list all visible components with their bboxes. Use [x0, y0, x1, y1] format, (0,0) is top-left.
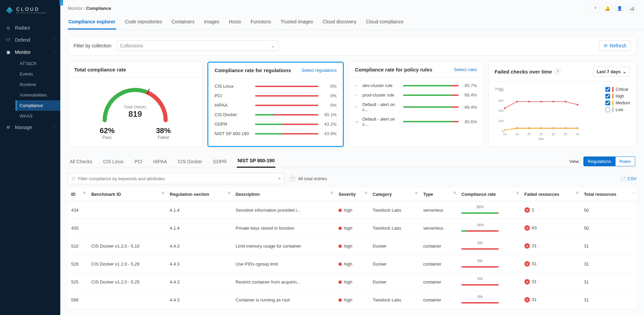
bar-row[interactable]: ▭Default - alert on c... 90.6% [355, 117, 477, 127]
sidebar-subitem-att-ck[interactable]: ATT&CK [16, 58, 60, 69]
legend-checkbox[interactable] [605, 87, 610, 92]
tab-code-repositories[interactable]: Code repositories [124, 17, 163, 29]
help-icon[interactable]: ? [555, 69, 561, 75]
col-severity[interactable]: Severity⇅ [335, 188, 369, 201]
subtab-hipaa[interactable]: HIPAA [152, 155, 168, 168]
range-select[interactable]: Last 7 days ⌄ [593, 67, 630, 77]
brand-subtitle: BY PALO ALTO NETWORKS [16, 12, 46, 14]
bar-row[interactable]: ○prod-cluster rule 86.4% [355, 92, 477, 98]
bar-row[interactable]: NIST SP 800-190 43.9% [214, 131, 336, 136]
sort-icon[interactable]: ↑ [633, 192, 635, 194]
export-csv-button[interactable]: 📄 CSV [620, 176, 637, 181]
sort-icon[interactable]: ⇅ [516, 192, 519, 194]
subtab-pci[interactable]: PCI [134, 155, 143, 168]
tab-compliance-explorer[interactable]: Compliance explorer [68, 17, 116, 29]
breadcrumb-parent[interactable]: Monitor [68, 6, 82, 11]
col-total-resources[interactable]: Total resources↑ [581, 188, 637, 201]
legend-swatch [612, 87, 614, 92]
sort-icon[interactable]: ⇅ [453, 192, 456, 194]
subtab-cis-linux[interactable]: CIS Linux [102, 155, 124, 168]
tab-cloud-discovery[interactable]: Cloud discovery [322, 17, 357, 29]
table-row[interactable]: 435 4.1.4 Private keys stored in functio… [68, 219, 637, 237]
col-id[interactable]: ID⇅ [68, 188, 88, 201]
refresh-label: Refresh [610, 43, 626, 48]
tab-hosts[interactable]: Hosts [228, 17, 242, 29]
help-icon[interactable]: ? [289, 175, 295, 182]
card-total-compliance: Total compliance rate Total checks 819 [68, 62, 203, 147]
sidebar-subitem-vulnerabilities[interactable]: Vulnerabilities [16, 90, 60, 100]
sort-icon[interactable]: ⇅ [576, 192, 579, 194]
filter-box[interactable]: ▽ × [68, 173, 285, 184]
subtab-cis-docker[interactable]: CIS Docker [177, 155, 203, 168]
sort-icon[interactable]: ⇅ [330, 192, 333, 194]
user-icon[interactable]: 👤 [615, 3, 624, 13]
svg-point-9 [504, 107, 506, 109]
tab-trusted-images[interactable]: Trusted images [280, 17, 314, 29]
legend-item-high[interactable]: High [605, 94, 630, 99]
sidebar-subitem-events[interactable]: Events [16, 69, 60, 79]
legend-item-critical[interactable]: Critical [605, 87, 630, 92]
col-category[interactable]: Category⇅ [369, 188, 420, 201]
logo: CLOUD BY PALO ALTO NETWORKS [0, 0, 60, 18]
chart-icon[interactable]: 📊 [627, 3, 637, 13]
sidebar-subitem-compliance[interactable]: Compliance [16, 100, 60, 111]
view-regulations-button[interactable]: Regulations [583, 156, 616, 166]
collections-select[interactable]: Collections ⌄ [116, 40, 279, 51]
col-description[interactable]: Description⇅ [232, 188, 335, 201]
clear-icon[interactable]: × [278, 176, 281, 181]
sidebar-subitem-waas[interactable]: WAAS [16, 111, 60, 121]
legend-checkbox[interactable] [605, 101, 610, 105]
bar-row[interactable]: CIS Docker 30.1% [214, 112, 336, 117]
bar-row[interactable]: HIPAA 0% [214, 103, 336, 108]
sidebar-item-monitor[interactable]: ▣Monitor˄ [0, 46, 60, 58]
sort-icon[interactable]: ⇅ [228, 192, 230, 194]
bar-row[interactable]: PCI 0% [214, 93, 336, 98]
table-row[interactable]: 599 4.4.3 Container is running as root h… [68, 291, 637, 309]
select-rules-link[interactable]: Select rules [454, 67, 477, 72]
col-benchmark-id[interactable]: Benchmark ID⇅ [88, 188, 166, 201]
table-row[interactable]: 528 CIS Docker v1.2.0 - 5.28 4.4.3 Use P… [68, 255, 637, 273]
tab-functions[interactable]: Functions [250, 17, 272, 29]
svg-point-27 [553, 128, 554, 129]
select-regulations-link[interactable]: Select regulations [302, 68, 336, 73]
legend-checkbox[interactable] [605, 94, 610, 99]
table-row[interactable]: 525 CIS Docker v1.2.0 - 5.25 4.4.3 Restr… [68, 273, 637, 291]
col-failed-resources[interactable]: Failed resources⇅ [521, 188, 581, 201]
col-type[interactable]: Type⇅ [420, 188, 458, 201]
sidebar-item-manage[interactable]: ⚙Manage˅ [0, 121, 60, 133]
view-rules-button[interactable]: Rules [616, 156, 635, 166]
sort-icon[interactable]: ⇅ [415, 192, 418, 194]
tab-cloud-compliance[interactable]: Cloud compliance [365, 17, 404, 29]
svg-text:100: 100 [498, 119, 503, 123]
col-regulation-section[interactable]: Regulation section⇅ [166, 188, 232, 201]
sidebar-collapse-button[interactable]: ‹ [60, 0, 63, 5]
sort-icon[interactable]: ⇅ [162, 192, 164, 194]
tab-images[interactable]: Images [203, 17, 220, 29]
refresh-button[interactable]: ⟳ Refresh [599, 40, 631, 51]
subtab-nist-sp-800-190[interactable]: NIST SP 800-190 [237, 154, 275, 168]
col-compliance-rate[interactable]: Compliance rate⇅ [458, 188, 521, 201]
legend-item-low[interactable]: Low [605, 107, 630, 112]
table-row[interactable]: 510 CIS Docker v1.2.0 - 5.10 4.4.3 Limit… [68, 237, 637, 255]
subtab-all-checks[interactable]: All Checks [69, 155, 93, 168]
filter-input[interactable] [78, 176, 275, 181]
bell-icon[interactable]: 🔔 [603, 3, 612, 13]
bar-row[interactable]: ○dev-cluster rule 85.7% [355, 83, 477, 88]
bar-row[interactable]: GDPR 43.2% [214, 122, 336, 127]
table-row[interactable]: 434 4.1.4 Sensitive information provided… [68, 201, 637, 219]
legend-item-medium[interactable]: Medium [605, 101, 630, 105]
sidebar-item-defend[interactable]: 🛡Defend˅ [0, 34, 60, 46]
help-icon[interactable]: ? [590, 3, 600, 13]
svg-point-29 [577, 128, 579, 129]
bar-pct: 88.4% [462, 105, 477, 110]
bar-row[interactable]: CIS Linux 0% [214, 84, 336, 89]
legend-checkbox[interactable] [605, 107, 610, 112]
sort-icon[interactable]: ⇅ [83, 192, 86, 194]
legend-swatch [612, 101, 614, 105]
sidebar-subitem-runtime[interactable]: Runtime [16, 79, 60, 90]
subtab-gdpr[interactable]: GDPR [212, 155, 227, 168]
sidebar-item-radars[interactable]: ◎Radars˅ [0, 22, 60, 34]
sort-icon[interactable]: ⇅ [365, 192, 367, 194]
tab-containers[interactable]: Containers [171, 17, 195, 29]
bar-row[interactable]: ○Default - alert on c... 88.4% [355, 102, 477, 112]
